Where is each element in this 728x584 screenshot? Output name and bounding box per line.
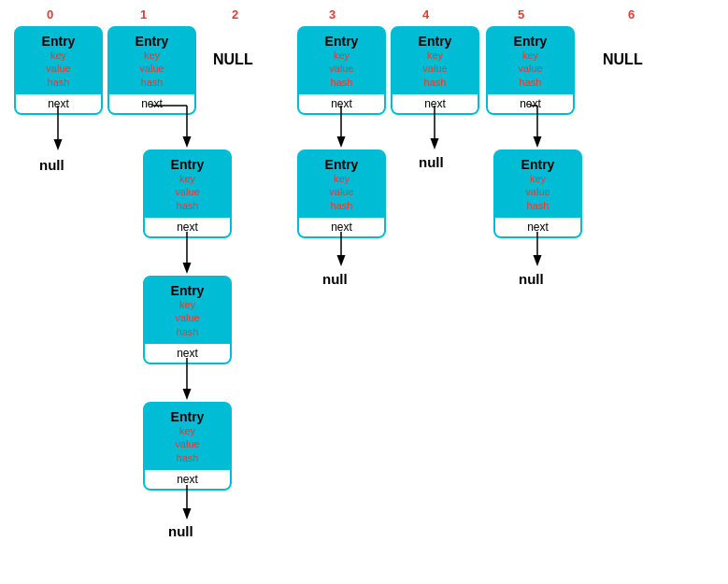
entry-box-1c: Entry key value hash next [143, 276, 232, 364]
entry-title-0: Entry [20, 34, 97, 49]
entry-next-1: next [109, 93, 194, 113]
entry-box-1b: Entry key value hash next [143, 150, 232, 238]
null-under-0: null [39, 157, 64, 174]
entry-value-0: value [20, 62, 97, 75]
entry-next-1d: next [145, 468, 230, 489]
entry-hash-0: hash [20, 76, 97, 89]
entry-next-3b: next [299, 216, 384, 236]
entry-box-3b: Entry key value hash next [297, 150, 386, 238]
entry-key-0: key [20, 49, 97, 62]
entry-body-0: Entry key value hash [16, 28, 101, 93]
index-6: 6 [628, 7, 635, 21]
entry-box-1d: Entry key value hash next [143, 402, 232, 491]
entry-next-1b: next [145, 216, 230, 236]
entry-box-0: Entry key value hash next [14, 26, 103, 115]
entry-box-5: Entry key value hash next [486, 26, 575, 115]
index-4: 4 [422, 7, 429, 21]
null-under-5b: null [519, 271, 544, 288]
entry-next-0: next [16, 93, 101, 113]
entry-next-4: next [393, 93, 478, 113]
index-1: 1 [140, 7, 147, 21]
index-3: 3 [329, 7, 335, 21]
diagram: 0 1 2 3 4 5 6 Entry key value hash next … [0, 0, 728, 584]
entry-next-1c: next [145, 342, 230, 363]
index-5: 5 [518, 7, 524, 21]
index-0: 0 [47, 7, 53, 21]
null-under-3b: null [322, 271, 348, 288]
entry-box-1: Entry key value hash next [107, 26, 196, 115]
entry-box-4: Entry key value hash next [391, 26, 479, 115]
index-2: 2 [232, 7, 238, 21]
null-under-4: null [419, 154, 444, 171]
entry-box-5b: Entry key value hash next [493, 150, 582, 238]
entry-next-5b: next [495, 216, 580, 236]
entry-box-3: Entry key value hash next [297, 26, 386, 115]
entry-next-3: next [299, 93, 384, 113]
null-under-1d: null [168, 523, 193, 540]
entry-next-5: next [488, 93, 573, 113]
